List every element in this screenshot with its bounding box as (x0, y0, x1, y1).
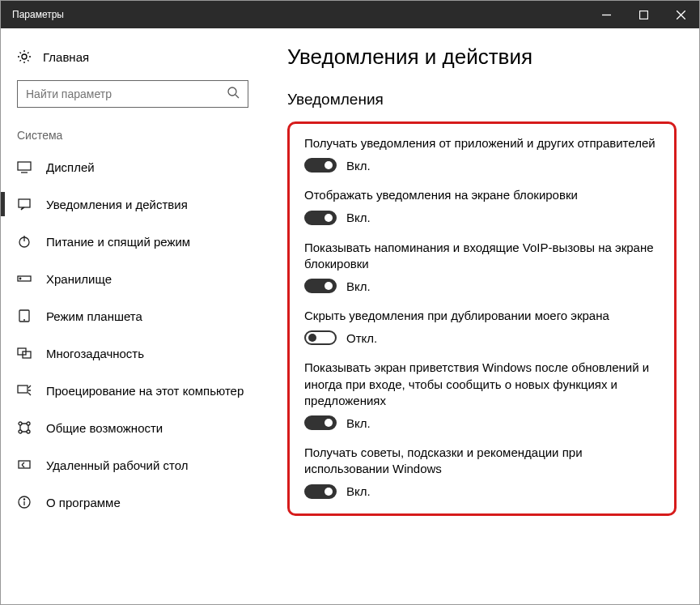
sidebar: Главная Система Дисплей Уведомления и де… (1, 28, 265, 604)
nav-list: Дисплей Уведомления и действия Питание и… (1, 148, 265, 521)
nav-item-tablet[interactable]: Режим планшета (1, 297, 265, 334)
setting-description: Получать уведомления от приложений и дру… (304, 135, 660, 151)
nav-label: Дисплей (46, 160, 95, 174)
setting-item: Показывать напоминания и входящие VoIP-в… (304, 240, 660, 294)
toggle-switch[interactable] (304, 279, 337, 293)
setting-item: Скрыть уведомления при дублировании моег… (304, 308, 660, 345)
info-icon (17, 495, 32, 509)
minimize-button[interactable] (588, 1, 625, 28)
svg-point-13 (19, 278, 21, 279)
svg-point-22 (27, 430, 30, 433)
sidebar-section-label: Система (1, 108, 265, 148)
toggle-row: Вкл. (304, 484, 660, 499)
nav-label: Удаленный рабочий стол (46, 458, 188, 472)
toggle-state-label: Вкл. (346, 484, 371, 498)
nav-label: Многозадачность (46, 347, 144, 360)
toggle-state-label: Вкл. (346, 211, 371, 224)
storage-icon (17, 271, 32, 286)
toggle-switch[interactable] (304, 415, 337, 430)
svg-point-26 (23, 499, 24, 500)
nav-label: Уведомления и действия (46, 198, 188, 211)
remote-icon (17, 458, 32, 472)
svg-point-4 (22, 54, 27, 59)
toggle-row: Вкл. (304, 415, 660, 430)
maximize-button[interactable] (625, 1, 662, 28)
svg-rect-7 (18, 162, 31, 170)
tablet-icon (17, 309, 32, 323)
setting-description: Показывать напоминания и входящие VoIP-в… (304, 240, 660, 273)
nav-label: О программе (46, 496, 121, 509)
setting-description: Показывать экран приветствия Windows пос… (304, 360, 660, 409)
setting-description: Получать советы, подсказки и рекомендаци… (304, 445, 660, 478)
settings-group: Получать уведомления от приложений и дру… (287, 121, 677, 516)
home-link[interactable]: Главная (1, 43, 265, 70)
nav-item-storage[interactable]: Хранилище (1, 260, 265, 297)
search-icon (227, 87, 240, 101)
monitor-icon (17, 160, 32, 174)
close-button[interactable] (662, 1, 699, 28)
nav-label: Проецирование на этот компьютер (46, 384, 244, 398)
setting-description: Скрыть уведомления при дублировании моег… (304, 308, 660, 324)
nav-item-multitask[interactable]: Многозадачность (1, 334, 265, 372)
nav-label: Режим планшета (46, 309, 142, 323)
notifications-icon (17, 197, 32, 211)
nav-item-about[interactable]: О программе (1, 484, 265, 521)
home-label: Главная (43, 50, 89, 64)
section-title: Уведомления (287, 91, 677, 109)
nav-item-power[interactable]: Питание и спящий режим (1, 223, 265, 260)
nav-item-projecting[interactable]: Проецирование на этот компьютер (1, 372, 265, 409)
project-icon (17, 383, 32, 398)
main-content: Уведомления и действия Уведомления Получ… (265, 28, 699, 604)
toggle-switch[interactable] (304, 484, 337, 499)
svg-rect-9 (19, 199, 30, 207)
setting-item: Отображать уведомления на экране блокиро… (304, 187, 660, 224)
svg-point-20 (27, 422, 30, 425)
toggle-switch[interactable] (304, 158, 337, 173)
page-title: Уведомления и действия (287, 45, 677, 70)
svg-point-19 (19, 422, 22, 425)
toggle-row: Вкл. (304, 279, 660, 293)
toggle-row: Вкл. (304, 158, 660, 173)
search-input[interactable] (26, 87, 227, 100)
toggle-switch[interactable] (304, 330, 337, 345)
toggle-state-label: Вкл. (346, 416, 371, 430)
multitask-icon (17, 346, 32, 360)
nav-label: Хранилище (46, 272, 112, 286)
power-icon (17, 234, 32, 249)
setting-item: Получать уведомления от приложений и дру… (304, 135, 660, 173)
nav-item-display[interactable]: Дисплей (1, 148, 265, 185)
toggle-state-label: Вкл. (346, 159, 371, 173)
svg-point-21 (19, 430, 22, 433)
nav-label: Питание и спящий режим (46, 235, 190, 249)
settings-window: Параметры Главная Система (0, 0, 700, 605)
toggle-state-label: Откл. (346, 331, 377, 345)
nav-item-shared[interactable]: Общие возможности (1, 409, 265, 446)
toggle-row: Откл. (304, 330, 660, 345)
setting-description: Отображать уведомления на экране блокиро… (304, 187, 660, 203)
shared-icon (17, 420, 32, 435)
toggle-state-label: Вкл. (346, 279, 371, 293)
setting-item: Получать советы, подсказки и рекомендаци… (304, 445, 660, 499)
window-title: Параметры (12, 9, 588, 20)
svg-rect-18 (18, 386, 28, 393)
svg-line-6 (235, 95, 239, 98)
window-body: Главная Система Дисплей Уведомления и де… (1, 28, 699, 604)
toggle-switch[interactable] (304, 211, 337, 225)
search-box[interactable] (17, 80, 248, 108)
nav-item-notifications[interactable]: Уведомления и действия (1, 185, 265, 223)
svg-point-5 (228, 87, 236, 96)
nav-item-remote[interactable]: Удаленный рабочий стол (1, 446, 265, 484)
svg-rect-1 (639, 11, 647, 19)
setting-item: Показывать экран приветствия Windows пос… (304, 360, 660, 430)
toggle-row: Вкл. (304, 211, 660, 225)
nav-label: Общие возможности (46, 421, 163, 435)
titlebar: Параметры (1, 1, 699, 28)
gear-icon (17, 49, 32, 64)
